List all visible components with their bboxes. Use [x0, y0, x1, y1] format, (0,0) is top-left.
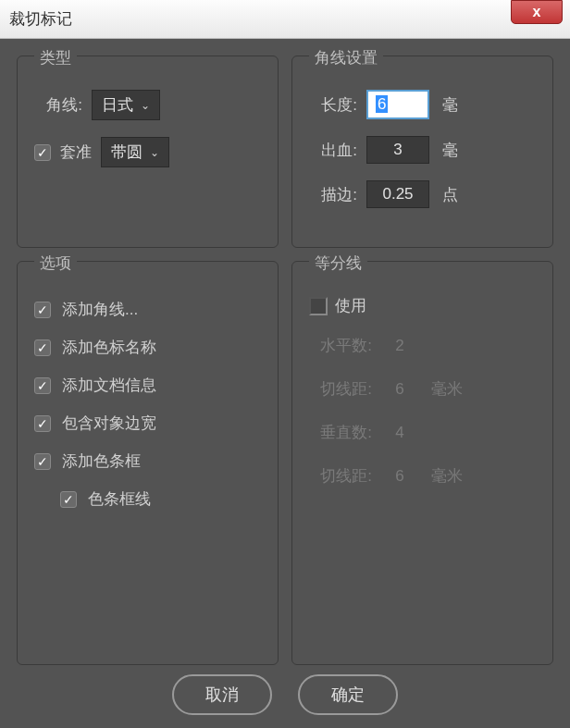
h-count-value: 2: [381, 337, 418, 355]
option-label: 添加文档信息: [62, 375, 156, 396]
option-checkbox[interactable]: ✓: [34, 302, 51, 318]
h-dist-label: 切线距:: [309, 378, 372, 400]
option-label: 添加色条框: [62, 450, 141, 472]
option-row: ✓ 添加文档信息: [34, 375, 265, 396]
option-checkbox[interactable]: ✓: [34, 415, 51, 432]
v-dist-label: 切线距:: [309, 465, 372, 487]
option-checkbox[interactable]: ✓: [60, 491, 77, 508]
option-checkbox[interactable]: ✓: [34, 339, 51, 356]
h-count-label: 水平数:: [309, 335, 372, 356]
length-input[interactable]: 6: [366, 90, 429, 119]
option-row: ✓ 添加色条框: [34, 450, 265, 472]
register-checkbox[interactable]: ✓: [34, 144, 51, 161]
cancel-button[interactable]: 取消: [172, 674, 272, 715]
titlebar: 裁切标记 x: [0, 0, 570, 39]
close-button[interactable]: x: [511, 0, 563, 24]
h-dist-unit: 毫米: [431, 378, 463, 400]
option-row: ✓ 添加角线...: [34, 299, 265, 320]
corner-line-dropdown[interactable]: 日式 ⌄: [92, 90, 160, 120]
option-checkbox[interactable]: ✓: [34, 377, 51, 394]
stroke-label: 描边:: [309, 184, 357, 205]
option-row: ✓ 添加色标名称: [34, 337, 265, 358]
chevron-down-icon: ⌄: [150, 146, 159, 159]
close-icon: x: [533, 4, 541, 20]
window-title: 裁切标记: [9, 8, 72, 30]
stroke-unit: 点: [442, 184, 458, 205]
bleed-unit: 毫: [442, 140, 458, 161]
dialog-content: 类型 角线: 日式 ⌄ ✓ 套准 带圆 ⌄: [0, 39, 570, 728]
v-dist-unit: 毫米: [431, 465, 463, 487]
divider-fields: 水平数: 2 切线距: 6 毫米 垂直数: 4: [309, 335, 539, 487]
dialog-buttons: 取消 确定: [0, 674, 570, 715]
use-checkbox[interactable]: [309, 297, 328, 315]
v-count-label: 垂直数:: [309, 422, 372, 443]
v-dist-value: 6: [381, 467, 418, 486]
panel-type-legend: 类型: [34, 47, 77, 68]
panel-dividers-legend: 等分线: [309, 253, 367, 274]
option-label: 色条框线: [88, 488, 151, 510]
option-label: 添加色标名称: [62, 337, 156, 358]
bleed-label: 出血:: [309, 140, 357, 161]
register-label: 套准: [60, 142, 92, 163]
bleed-input[interactable]: [366, 136, 429, 164]
register-dropdown[interactable]: 带圆 ⌄: [101, 137, 169, 167]
option-label: 包含对象边宽: [62, 413, 156, 434]
panel-type: 类型 角线: 日式 ⌄ ✓ 套准 带圆 ⌄: [17, 56, 279, 248]
option-row: ✓ 包含对象边宽: [34, 413, 265, 434]
options-list: ✓ 添加角线... ✓ 添加色标名称 ✓ 添加文档信息 ✓: [34, 295, 265, 510]
option-checkbox[interactable]: ✓: [34, 453, 51, 470]
option-label: 添加角线...: [62, 299, 138, 320]
panel-options-legend: 选项: [34, 253, 77, 274]
option-row: ✓ 色条框线: [60, 488, 265, 510]
panel-options: 选项 ✓ 添加角线... ✓ 添加色标名称 ✓ 添加文档信息: [17, 261, 279, 665]
chevron-down-icon: ⌄: [141, 99, 150, 112]
v-count-value: 4: [381, 424, 418, 442]
use-label: 使用: [335, 295, 366, 316]
h-dist-value: 6: [381, 380, 418, 399]
length-unit: 毫: [442, 94, 458, 116]
panel-corner-legend: 角线设置: [309, 47, 383, 68]
dialog-window: 裁切标记 x 类型 角线: 日式 ⌄: [0, 0, 570, 728]
corner-line-value: 日式: [102, 94, 133, 116]
corner-line-label: 角线:: [34, 94, 82, 116]
panel-corner-settings: 角线设置 长度: 6 毫 出血: 毫 描边:: [291, 56, 553, 248]
register-value: 带圆: [111, 142, 142, 163]
panel-dividers: 等分线 使用 水平数: 2 切线距: 6 毫米: [291, 261, 553, 665]
length-label: 长度:: [309, 94, 357, 116]
ok-button[interactable]: 确定: [298, 674, 398, 715]
stroke-input[interactable]: [366, 180, 429, 208]
